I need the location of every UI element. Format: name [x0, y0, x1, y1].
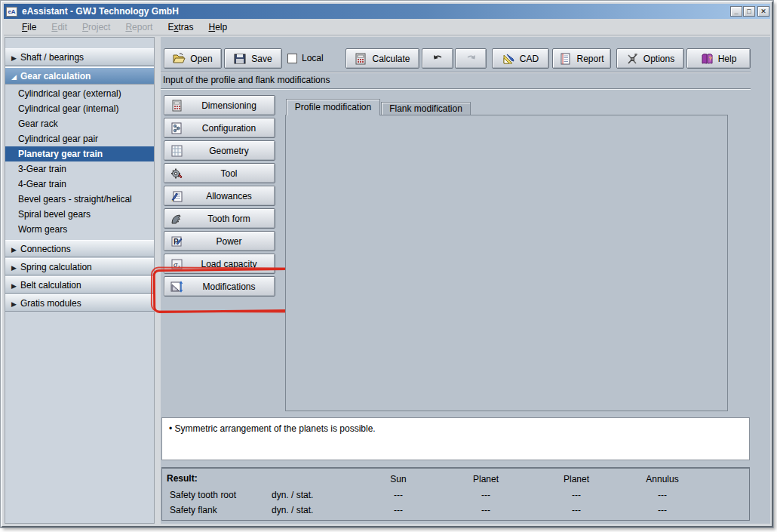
- geometry-icon: [170, 145, 183, 157]
- result-row-mode: dyn. / stat.: [272, 505, 339, 515]
- sidebar-item-shaft-bearings[interactable]: ▶Shaft / bearings: [5, 48, 154, 66]
- redo-icon: [465, 53, 478, 65]
- collapsed-arrow-icon: ▶: [11, 241, 20, 258]
- calculator-icon: [355, 53, 367, 65]
- tool-gear-icon: [170, 168, 183, 180]
- configuration-button[interactable]: Configuration: [164, 118, 275, 138]
- message-box: • Symmetric arrangement of the planets i…: [161, 417, 750, 460]
- modifications-icon: [170, 281, 183, 293]
- collapsed-arrow-icon: ▶: [11, 296, 20, 312]
- window-title: eAssistant - GWJ Technology GmbH: [22, 6, 179, 17]
- menu-help[interactable]: Help: [201, 20, 235, 34]
- sidebar-item-gear-rack[interactable]: Gear rack: [5, 116, 154, 131]
- separator: [161, 72, 751, 73]
- sidebar-item-4-gear-train[interactable]: 4-Gear train: [5, 177, 154, 192]
- help-button[interactable]: ? Help: [686, 48, 751, 69]
- allowances-button[interactable]: Allowances: [164, 186, 275, 206]
- tool-button[interactable]: Tool: [164, 163, 275, 183]
- dimensioning-button[interactable]: Dimensioning: [164, 95, 275, 115]
- tool-label: Tool: [188, 168, 270, 179]
- sidebar-item-cylindrical-gear-external[interactable]: Cylindrical gear (external): [5, 86, 154, 101]
- local-label: Local: [302, 53, 324, 63]
- modifications-label: Modifications: [188, 281, 270, 292]
- maximize-icon: □: [747, 8, 751, 15]
- options-tools-icon: [626, 53, 639, 65]
- report-label: Report: [576, 54, 603, 64]
- result-row-mode: dyn. / stat.: [272, 490, 339, 500]
- result-value: ---: [456, 490, 516, 500]
- separator: [161, 88, 751, 90]
- result-title: Result:: [167, 473, 220, 484]
- sidebar-item-cylindrical-gear-internal[interactable]: Cylindrical gear (internal): [5, 101, 154, 116]
- load-capacity-icon: σx: [170, 258, 183, 270]
- menu-edit: Edit: [44, 20, 75, 34]
- menu-bar: File Edit Project Report Extras Help: [4, 20, 770, 35]
- tooth-form-icon: [170, 213, 183, 225]
- profile-modification-panel: [285, 115, 728, 411]
- result-col-planet2: Planet: [546, 474, 607, 484]
- tooth-form-label: Tooth form: [188, 214, 270, 224]
- sidebar-item-belt-calculation[interactable]: ▶Belt calculation: [5, 276, 154, 294]
- result-value: ---: [546, 505, 607, 515]
- maximize-button[interactable]: □: [743, 6, 755, 17]
- menu-file[interactable]: File: [14, 20, 44, 34]
- result-value: ---: [632, 490, 693, 500]
- cad-icon: [502, 53, 515, 65]
- allowances-label: Allowances: [188, 191, 270, 201]
- result-row-label: Safety tooth root: [170, 490, 275, 500]
- modifications-button[interactable]: Modifications: [164, 276, 275, 297]
- tab-flank-modification[interactable]: Flank modification: [381, 102, 471, 115]
- menu-report: Report: [118, 20, 160, 34]
- undo-button[interactable]: [422, 48, 453, 69]
- local-checkbox-group[interactable]: Local: [287, 53, 324, 63]
- sidebar-item-connections[interactable]: ▶Connections: [5, 240, 154, 257]
- result-value: ---: [456, 505, 516, 515]
- open-button[interactable]: Open: [164, 48, 222, 69]
- sidebar-item-planetary-gear-train[interactable]: Planetary gear train: [5, 146, 154, 161]
- close-icon: ✕: [760, 8, 766, 15]
- configuration-label: Configuration: [188, 123, 270, 134]
- sidebar-item-spring-calculation[interactable]: ▶Spring calculation: [5, 258, 154, 275]
- sidebar-item-spiral-bevel-gears[interactable]: Spiral bevel gears: [5, 207, 154, 222]
- sidebar-item-gratis-modules[interactable]: ▶Gratis modules: [5, 294, 154, 312]
- help-label: Help: [718, 54, 737, 64]
- title-bar[interactable]: eA eAssistant - GWJ Technology GmbH: [4, 4, 770, 19]
- report-button[interactable]: Report: [552, 48, 611, 69]
- result-value: ---: [368, 490, 428, 500]
- tooth-form-button[interactable]: Tooth form: [164, 208, 275, 229]
- expanded-arrow-icon: ◢: [11, 69, 20, 85]
- geometry-button[interactable]: Geometry: [164, 140, 275, 161]
- sidebar-item-cylindrical-gear-pair[interactable]: Cylindrical gear pair: [5, 131, 154, 146]
- menu-extras[interactable]: Extras: [160, 20, 201, 34]
- undo-icon: [431, 53, 444, 65]
- calculate-label: Calculate: [372, 54, 410, 64]
- configuration-icon: [170, 122, 183, 134]
- result-value: ---: [632, 505, 693, 515]
- result-value: ---: [368, 505, 428, 515]
- close-button[interactable]: ✕: [757, 6, 769, 17]
- open-folder-icon: [173, 53, 186, 65]
- power-icon: P: [170, 235, 183, 248]
- sidebar-item-worm-gears[interactable]: Worm gears: [5, 222, 154, 237]
- load-capacity-button[interactable]: σx Load capacity: [164, 254, 275, 274]
- tab-profile-modification[interactable]: Profile modification: [286, 99, 380, 115]
- save-button[interactable]: Save: [224, 48, 282, 69]
- app-icon: eA: [6, 7, 17, 17]
- redo-button: [455, 48, 487, 69]
- sidebar-item-bevel-gears[interactable]: Bevel gears - straight/helical: [5, 192, 154, 207]
- dimensioning-label: Dimensioning: [188, 100, 270, 111]
- sidebar-item-gear-calculation[interactable]: ◢Gear calculation: [5, 67, 154, 85]
- calculate-button[interactable]: Calculate: [346, 48, 419, 69]
- sidebar-splitter[interactable]: [155, 37, 161, 524]
- options-button[interactable]: Options: [616, 48, 684, 69]
- sidebar-item-3-gear-train[interactable]: 3-Gear train: [5, 161, 154, 177]
- power-button[interactable]: P Power: [164, 231, 275, 251]
- power-label: Power: [188, 236, 270, 247]
- local-checkbox[interactable]: [287, 54, 297, 63]
- cad-button[interactable]: CAD: [492, 48, 549, 69]
- minimize-button[interactable]: _: [730, 6, 742, 17]
- result-col-annulus: Annulus: [632, 474, 693, 484]
- menu-project: Project: [75, 20, 118, 34]
- collapsed-arrow-icon: ▶: [11, 50, 20, 66]
- result-col-planet1: Planet: [456, 474, 516, 484]
